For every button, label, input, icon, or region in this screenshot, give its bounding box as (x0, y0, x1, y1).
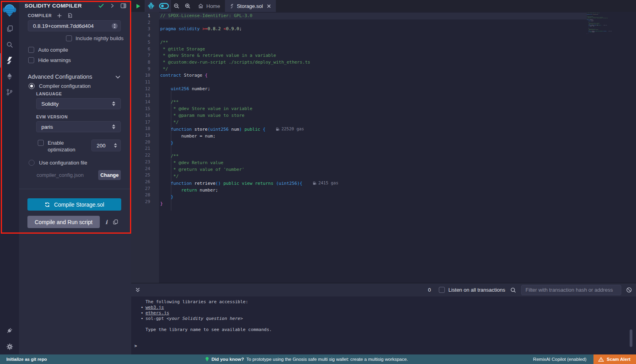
info-icon[interactable]: i (105, 219, 107, 225)
copilot-status[interactable]: RemixAI Copilot (enabled) (533, 357, 586, 362)
code-editor[interactable]: 1234567891011121314151617181920212223242… (131, 12, 636, 283)
line-number: 7 (131, 52, 150, 59)
optimization-runs-input[interactable]: 200 (91, 139, 121, 151)
stepper-chevrons-icon[interactable] (114, 143, 117, 148)
enable-optimization-checkbox[interactable] (38, 140, 44, 146)
editor-minimap[interactable]: // SPDX-License-Identifier: GPL-3.0 prag… (587, 12, 631, 283)
code-line: // SPDX-License-Identifier: GPL-3.0 (160, 13, 636, 19)
remix-logo[interactable] (3, 3, 16, 17)
scam-alert-badge[interactable]: Scam Alert (593, 354, 636, 364)
line-number: 23 (131, 159, 150, 166)
icon-sidebar (0, 0, 19, 354)
code-line (160, 147, 636, 153)
listen-checkbox[interactable] (439, 287, 445, 293)
code-line: */ (160, 119, 636, 126)
terminal-line: The following libraries are accessible: (145, 299, 636, 305)
chevron-down-icon[interactable] (115, 74, 121, 80)
tab-home[interactable]: Home (193, 0, 225, 12)
code-line: * @dev Store value in variable (160, 106, 636, 112)
sidebar-item-file-explorer[interactable] (0, 21, 19, 37)
line-number: 20 (131, 139, 150, 146)
listen-label: Listen on all transactions (448, 287, 505, 293)
line-number: 24 (131, 166, 150, 172)
editor-scrollbar[interactable] (631, 12, 636, 283)
sidebar-item-search[interactable] (0, 37, 19, 52)
line-number: 16 (131, 112, 150, 119)
terminal-search-icon[interactable] (510, 287, 516, 293)
zoom-in-icon[interactable] (182, 0, 193, 12)
code-line: /** (160, 153, 636, 160)
hide-warnings-checkbox[interactable] (28, 57, 34, 63)
code-line: number = num; (160, 133, 636, 140)
evm-version-select[interactable]: paris (36, 121, 121, 132)
line-number: 8 (131, 59, 150, 66)
transaction-filter-input[interactable]: Filter with transaction hash or address (521, 285, 621, 295)
language-select[interactable]: Solidity (36, 98, 121, 109)
editor-toolbar-tabs: Home Storage.sol (131, 0, 636, 12)
use-config-file-radio[interactable] (29, 160, 35, 166)
zoom-out-icon[interactable] (171, 0, 182, 12)
terminal-header: 0 Listen on all transactions Filter with… (131, 283, 636, 296)
collapse-panel-icon[interactable] (110, 3, 115, 8)
run-script-button[interactable] (131, 0, 145, 12)
compiler-config-label: Compiler configuration (39, 83, 91, 89)
compile-button[interactable]: Compile Storage.sol (27, 198, 121, 211)
sidebar-item-settings[interactable] (0, 339, 19, 354)
remixai-toggle[interactable] (157, 0, 171, 12)
auto-compile-label: Auto compile (38, 47, 68, 53)
change-config-button[interactable]: Change (98, 170, 121, 180)
sidebar-item-deploy-run[interactable] (0, 68, 19, 84)
code-line: /** (160, 39, 636, 46)
pin-panel-icon[interactable] (120, 3, 126, 9)
code-line: */ (160, 66, 636, 73)
panel-header: SOLIDITY COMPILER (19, 0, 131, 10)
terminal-panel: 0 Listen on all transactions Filter with… (131, 283, 636, 354)
select-chevrons-icon (112, 101, 116, 106)
remixai-assistant-button[interactable] (145, 0, 157, 12)
gas-estimate: 22520 gas (276, 126, 304, 132)
terminal-output[interactable]: The following libraries are accessible:w… (131, 296, 636, 354)
compile-run-button[interactable]: Compile and Run script (27, 216, 100, 228)
code-line: contract Storage { (160, 72, 636, 79)
close-tab-icon[interactable] (267, 4, 271, 8)
solidity-compiler-panel: SOLIDITY COMPILER COMPILER (19, 0, 131, 354)
code-line: * @return value of 'number' (160, 167, 636, 173)
terminal-prompt: > (134, 343, 137, 349)
auto-compile-checkbox[interactable] (28, 47, 34, 53)
import-compiler-icon[interactable] (67, 13, 73, 18)
code-content: // SPDX-License-Identifier: GPL-3.0 prag… (159, 13, 636, 207)
include-nightly-checkbox[interactable] (66, 35, 72, 41)
clear-console-icon[interactable] (626, 287, 632, 293)
sidebar-item-solidity-compiler[interactable] (0, 52, 19, 68)
git-init-status[interactable]: Initialize as git repo (0, 357, 47, 362)
copy-icon[interactable] (113, 219, 118, 225)
library-link[interactable]: web3.js (145, 305, 164, 310)
line-number: 9 (131, 66, 150, 73)
library-link[interactable]: ethers.js (145, 310, 169, 316)
line-number: 10 (131, 72, 150, 79)
code-line: function retrieve() public view returns … (160, 180, 636, 187)
line-number: 18 (131, 126, 150, 132)
line-number: 12 (131, 86, 150, 93)
compiler-section-label: COMPILER (28, 13, 52, 18)
gas-estimate: 2415 gas (313, 180, 339, 186)
sidebar-item-git[interactable] (0, 84, 19, 100)
terminal-scrollbar[interactable] (630, 329, 632, 347)
evm-version-value: paris (41, 124, 53, 130)
compiler-config-radio[interactable] (29, 83, 35, 89)
line-number: 28 (131, 192, 150, 199)
status-bar: Initialize as git repo Did you know? To … (0, 354, 636, 364)
add-custom-compiler-icon[interactable] (57, 13, 62, 18)
compiler-version-select[interactable]: 0.8.19+commit.7dd6d404 (28, 20, 121, 31)
code-line: } (160, 140, 636, 147)
sidebar-item-plugin-manager[interactable] (0, 323, 19, 339)
code-line: pragma solidity >=0.8.2 <0.9.0; (160, 26, 636, 33)
compile-button-label: Compile Storage.sol (54, 201, 104, 208)
panel-title: SOLIDITY COMPILER (25, 3, 93, 9)
line-number: 26 (131, 179, 150, 186)
line-number: 5 (131, 39, 150, 46)
line-number: 27 (131, 186, 150, 192)
expand-terminal-icon[interactable] (135, 287, 140, 293)
tab-storage-sol[interactable]: Storage.sol (225, 0, 276, 12)
advanced-config-header[interactable]: Advanced Configurations (28, 74, 92, 80)
